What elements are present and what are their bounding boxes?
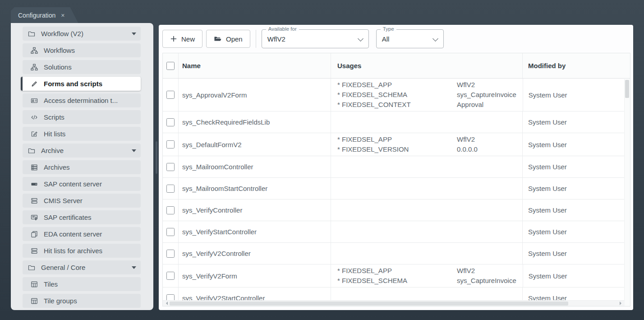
cell-name: sys_MailroomStartController: [179, 178, 331, 199]
available-for-select[interactable]: Available for WflV2: [262, 29, 369, 48]
table-row[interactable]: sys_VerifyControllerSystem User: [163, 199, 630, 221]
cell-modified-by: System User: [523, 133, 630, 156]
cell-name: sys_DefaultFormV2: [179, 133, 331, 156]
sidebar-item-label: SAP certificates: [44, 213, 136, 221]
table-row[interactable]: sys_DefaultFormV2* FIXEDSEL_APP* FIXEDSE…: [163, 133, 630, 156]
splitter-grip[interactable]: [156, 141, 157, 174]
cell-usages: * FIXEDSEL_APP* FIXEDSEL_SCHEMAWflV2sys_…: [331, 264, 523, 287]
cell-name: sys_VerifyV2Form: [179, 264, 331, 287]
cell-name: sys_VerifyV2Controller: [179, 243, 331, 264]
sidebar-item-label: SAP content server: [44, 180, 136, 188]
row-checkbox[interactable]: [166, 140, 175, 148]
cell-name: sys_MailroomController: [179, 156, 331, 177]
column-header-name: Name: [179, 53, 331, 78]
row-checkbox[interactable]: [166, 272, 175, 280]
new-button-label: New: [181, 35, 195, 43]
row-checkbox[interactable]: [166, 118, 175, 126]
panel-splitter[interactable]: [155, 23, 158, 310]
row-checkbox[interactable]: [166, 91, 175, 99]
sidebar-item-label: EDA content server: [44, 230, 136, 238]
folder-icon: [27, 30, 36, 37]
type-select[interactable]: Type All: [376, 29, 444, 48]
sidebar-item-label: Hit lists for archives: [44, 247, 136, 255]
table-row[interactable]: sys_VerifyV2ControllerSystem User: [163, 243, 630, 264]
cell-modified-by: System User: [523, 199, 630, 221]
sidebar-item-sap-content-server[interactable]: SAP content server: [23, 177, 141, 191]
sidebar-item-scripts[interactable]: Scripts: [23, 110, 141, 124]
sidebar-item-workflows[interactable]: Workflows: [23, 43, 141, 57]
sidebar-item-archives[interactable]: Archives: [23, 160, 141, 174]
sidebar-item-hit-lists[interactable]: Hit lists: [23, 127, 141, 141]
sidebar-item-hit-lists-for-archives[interactable]: Hit lists for archives: [23, 244, 141, 258]
certificate-icon: [30, 214, 38, 221]
select-all-checkbox[interactable]: [166, 62, 175, 70]
cell-usages: * FIXEDSEL_APP* FIXEDSEL_SCHEMA* FIXEDSE…: [331, 79, 523, 111]
table-row[interactable]: sys_ApprovalV2Form* FIXEDSEL_APP* FIXEDS…: [163, 79, 630, 111]
open-button[interactable]: Open: [206, 30, 250, 48]
row-checkbox[interactable]: [166, 185, 175, 193]
vertical-scrollbar[interactable]: [624, 79, 630, 301]
server-icon: [30, 197, 38, 204]
select-all-cell: [163, 53, 179, 78]
row-checkbox-cell: [163, 79, 179, 111]
row-checkbox[interactable]: [166, 206, 175, 214]
sidebar-item-label: Access determination t...: [44, 97, 136, 104]
table-row[interactable]: sys_VerifyStartControllerSystem User: [163, 221, 630, 243]
table-row[interactable]: sys_MailroomStartControllerSystem User: [163, 178, 630, 199]
available-for-label: Available for: [266, 26, 299, 32]
sidebar-item-solutions[interactable]: Solutions: [23, 60, 141, 74]
row-checkbox[interactable]: [166, 163, 175, 171]
horizontal-scrollbar[interactable]: [163, 300, 625, 306]
new-button[interactable]: New: [162, 30, 202, 48]
sidebar-item-tiles[interactable]: Tiles: [23, 277, 141, 291]
row-checkbox[interactable]: [166, 228, 175, 236]
type-value: All: [382, 35, 390, 43]
sidebar-item-label: Tiles: [44, 280, 136, 288]
table-header: Name Usages Modified by: [163, 53, 630, 79]
horizontal-scrollbar-thumb[interactable]: [170, 301, 568, 306]
tab-close-icon[interactable]: ×: [61, 12, 64, 19]
table-row[interactable]: sys_MailroomControllerSystem User: [163, 156, 630, 178]
sidebar-item-cmis-server[interactable]: CMIS Server: [23, 194, 141, 208]
sidebar-item-eda-content-server[interactable]: EDA content server: [23, 227, 141, 241]
sitemap-icon: [30, 47, 38, 54]
row-checkbox-cell: [163, 243, 179, 264]
usage-keys: * FIXEDSEL_APP* FIXEDSEL_VERSION: [337, 134, 457, 154]
chevron-down-icon: [358, 36, 363, 42]
sidebar-item-tile-groups[interactable]: Tile groups: [23, 294, 141, 308]
sidebar-item-workflow-v2[interactable]: Workflow (V2): [23, 27, 141, 41]
cell-modified-by: System User: [523, 264, 630, 287]
column-header-modified-by: Modified by: [523, 53, 630, 78]
usage-values: WflV2sys_CaptureInvoiceApproval: [457, 80, 516, 110]
main-panel: New Open Available for WflV2 Type All Na…: [159, 25, 633, 310]
id-card-icon: [30, 97, 38, 104]
sidebar-tree: Workflow (V2)WorkflowsSolutionsForms and…: [11, 27, 153, 308]
sidebar-item-forms-and-scripts[interactable]: Forms and scripts: [21, 77, 141, 91]
sidebar-item-label: CMIS Server: [44, 197, 136, 204]
sidebar-item-archive[interactable]: Archive: [23, 144, 141, 158]
scrollbar-corner: [625, 301, 630, 306]
sidebar-item-general-core[interactable]: General / Core: [23, 260, 141, 274]
results-table: Name Usages Modified by sys_ApprovalV2Fo…: [162, 53, 630, 306]
open-folder-icon: [214, 35, 222, 42]
cell-name: sys_CheckRequiredFieldsLib: [179, 111, 331, 133]
plus-icon: [170, 35, 177, 42]
row-checkbox[interactable]: [166, 250, 175, 258]
sidebar-item-sap-certificates[interactable]: SAP certificates: [23, 210, 141, 224]
sitemap-icon: [30, 64, 38, 71]
usage-values: WflV20.0.0.0: [457, 134, 516, 154]
table-row[interactable]: sys_VerifyV2Form* FIXEDSEL_APP* FIXEDSEL…: [163, 264, 630, 288]
table-body: sys_ApprovalV2Form* FIXEDSEL_APP* FIXEDS…: [163, 79, 630, 306]
cell-usages: [331, 221, 523, 242]
scroll-right-arrow-icon[interactable]: [620, 301, 623, 305]
vertical-scrollbar-thumb[interactable]: [625, 80, 629, 98]
tab-configuration[interactable]: Configuration ×: [11, 7, 78, 23]
cell-usages: [331, 199, 523, 221]
cell-usages: [331, 178, 523, 199]
sidebar-item-label: Archives: [44, 163, 136, 171]
scroll-left-arrow-icon[interactable]: [164, 301, 168, 305]
sidebar-item-access-determination-t[interactable]: Access determination t...: [23, 93, 141, 107]
table-row[interactable]: sys_CheckRequiredFieldsLibSystem User: [163, 111, 630, 133]
sidebar: Workflow (V2)WorkflowsSolutionsForms and…: [11, 23, 153, 310]
open-button-label: Open: [226, 35, 243, 43]
